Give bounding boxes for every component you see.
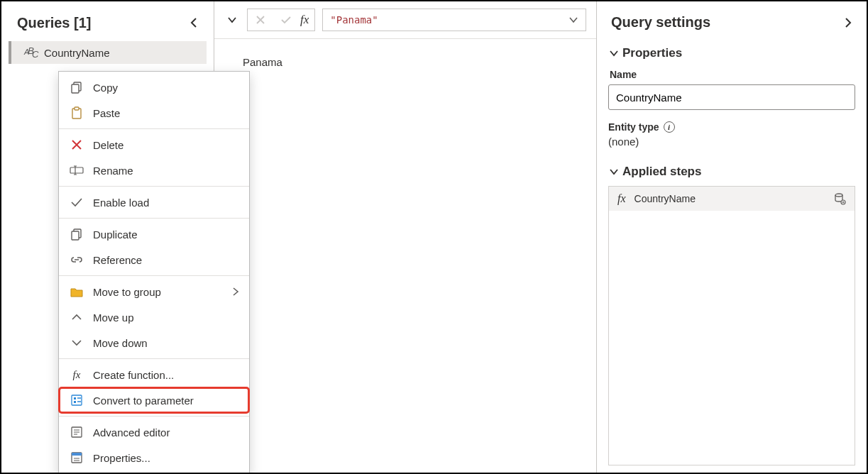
preview-area: Panama: [214, 39, 596, 85]
queries-title: Queries [1]: [17, 15, 91, 31]
menu-label: Move to group: [93, 286, 161, 298]
chevron-up-icon: [69, 309, 84, 325]
delete-icon: [69, 137, 84, 153]
queries-panel: Queries [1] ABC CountryName Copy: [1, 1, 214, 473]
copy-icon: [69, 79, 84, 95]
info-icon[interactable]: i: [664, 121, 675, 133]
reference-icon: [69, 252, 84, 268]
close-icon: [256, 15, 265, 25]
svg-rect-9: [74, 401, 76, 403]
menu-delete[interactable]: Delete: [59, 132, 249, 158]
chevron-right-icon: [844, 18, 852, 28]
svg-rect-12: [72, 453, 82, 456]
fx-icon: fx: [299, 13, 314, 27]
commit-formula-button[interactable]: [273, 9, 299, 31]
formula-bar: fx "Panama": [214, 1, 596, 39]
name-field-label: Name: [608, 67, 855, 84]
query-item-countryname[interactable]: ABC CountryName: [9, 41, 207, 64]
collapse-queries-button[interactable]: [185, 14, 202, 31]
svg-rect-3: [75, 107, 79, 110]
menu-move-down[interactable]: Move down: [59, 330, 249, 356]
menu-label: Delete: [93, 139, 123, 151]
settings-panel: Query settings Properties Name Entity ty…: [597, 1, 867, 473]
menu-move-to-group[interactable]: Move to group: [59, 279, 249, 304]
menu-label: Convert to parameter: [93, 395, 194, 407]
menu-copy[interactable]: Copy: [59, 75, 249, 100]
menu-convert-to-parameter[interactable]: Convert to parameter: [59, 387, 249, 413]
text-type-icon: ABC: [24, 48, 38, 58]
expand-formula-button[interactable]: [224, 12, 240, 28]
svg-rect-1: [72, 84, 79, 93]
paste-icon: [69, 105, 84, 121]
context-menu: Copy Paste Delete Rename: [58, 71, 250, 474]
svg-rect-7: [72, 395, 82, 405]
menu-enable-load[interactable]: Enable load: [59, 189, 249, 215]
menu-label: Paste: [93, 107, 120, 119]
settings-title: Query settings: [611, 14, 710, 31]
menu-move-up[interactable]: Move up: [59, 304, 249, 330]
folder-icon: [69, 284, 84, 299]
query-item-label: CountryName: [44, 47, 110, 59]
menu-rename[interactable]: Rename: [59, 158, 249, 183]
checkmark-icon: [69, 194, 84, 210]
svg-point-13: [835, 194, 842, 197]
parameter-icon: [69, 392, 84, 408]
chevron-down-icon: [610, 168, 618, 175]
applied-steps-list: fx CountryName: [608, 186, 855, 465]
chevron-down-icon: [69, 335, 84, 351]
chevron-left-icon: [189, 18, 198, 28]
menu-label: Properties...: [93, 452, 150, 464]
svg-rect-6: [72, 231, 79, 240]
chevron-right-icon: [232, 287, 239, 296]
menu-label: Move down: [93, 337, 148, 349]
properties-section-label: Properties: [622, 46, 682, 60]
applied-step-item[interactable]: fx CountryName: [609, 187, 855, 211]
center-panel: fx "Panama" Panama: [214, 1, 597, 473]
menu-reference[interactable]: Reference: [59, 247, 249, 272]
function-icon: fx: [69, 367, 84, 382]
chevron-down-icon: [568, 16, 578, 23]
function-icon: fx: [617, 192, 626, 205]
menu-paste[interactable]: Paste: [59, 100, 249, 126]
menu-label: Advanced editor: [93, 426, 170, 439]
chevron-down-icon: [227, 16, 237, 23]
svg-rect-8: [74, 397, 76, 399]
formula-input[interactable]: "Panama": [322, 9, 586, 31]
menu-label: Copy: [93, 82, 118, 94]
menu-advanced-editor[interactable]: Advanced editor: [59, 419, 249, 445]
entity-type-label: Entity type: [608, 121, 659, 133]
menu-label: Rename: [93, 165, 133, 177]
applied-steps-label: Applied steps: [622, 165, 701, 179]
menu-duplicate[interactable]: Duplicate: [59, 221, 249, 247]
formula-dropdown-button[interactable]: [568, 16, 578, 23]
applied-steps-section-toggle[interactable]: Applied steps: [608, 160, 855, 186]
rename-icon: [69, 162, 84, 178]
menu-label: Enable load: [93, 197, 149, 209]
entity-type-value: (none): [608, 136, 855, 160]
menu-label: Create function...: [93, 369, 174, 381]
preview-value: Panama: [243, 56, 282, 68]
collapse-settings-button[interactable]: [844, 18, 852, 28]
checkmark-icon: [280, 16, 292, 24]
menu-label: Reference: [93, 254, 142, 266]
menu-properties[interactable]: Properties...: [59, 445, 249, 470]
query-name-input[interactable]: [608, 84, 855, 110]
duplicate-icon: [69, 226, 84, 242]
menu-create-function[interactable]: fx Create function...: [59, 362, 249, 387]
chevron-down-icon: [610, 50, 618, 57]
formula-controls: fx: [247, 9, 315, 31]
properties-section-toggle[interactable]: Properties: [608, 42, 855, 67]
cancel-formula-button[interactable]: [248, 9, 273, 31]
properties-icon: [69, 450, 84, 465]
advanced-editor-icon: [69, 424, 84, 440]
svg-rect-4: [70, 167, 83, 173]
menu-label: Move up: [93, 312, 134, 324]
step-data-source-icon[interactable]: [833, 192, 846, 205]
step-label: CountryName: [634, 193, 696, 204]
formula-text: "Panama": [330, 14, 378, 26]
menu-label: Duplicate: [93, 228, 138, 241]
